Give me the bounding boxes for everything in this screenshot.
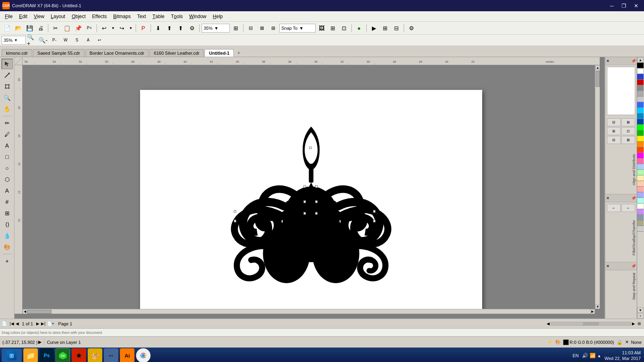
menu-edit[interactable]: Edit <box>16 11 31 21</box>
zoom-tool[interactable]: 🔍 <box>2 93 13 103</box>
snap-icon[interactable]: ⚡ <box>547 339 553 345</box>
palette-expand[interactable]: + <box>637 313 644 319</box>
open-button[interactable]: 📂 <box>13 23 23 33</box>
undo-dropdown[interactable]: ▼ <box>110 23 116 33</box>
color-lt-green[interactable] <box>637 170 644 175</box>
macro2-button[interactable]: ⊟ <box>391 23 402 33</box>
zoom-in-button[interactable]: 🔍+ <box>27 35 37 45</box>
canvas[interactable]: ▲ ▼ ◀ ▶ <box>23 65 600 314</box>
color-pink[interactable] <box>637 158 644 164</box>
vscrollbar[interactable]: ▲ ▼ <box>595 65 600 309</box>
add-page-button[interactable]: + <box>2 256 13 266</box>
menu-view[interactable]: View <box>31 11 47 21</box>
basket-icon[interactable]: 🧺 <box>88 348 102 362</box>
apps-button[interactable]: ⚙ <box>187 23 197 33</box>
start-button[interactable]: ⊞ <box>2 349 22 362</box>
color-blue3[interactable] <box>637 119 644 125</box>
menu-tools[interactable]: Tools <box>168 11 186 21</box>
color-silver[interactable] <box>637 226 644 232</box>
paste-button[interactable]: 📌 <box>73 23 83 33</box>
color-yellow[interactable] <box>637 136 644 142</box>
tab-border[interactable]: Border Lace Ornaments.cdr <box>85 49 149 57</box>
color-lt-orange[interactable] <box>637 181 644 187</box>
color-teal[interactable] <box>637 198 644 204</box>
color-lt-yellow[interactable] <box>637 175 644 181</box>
menu-table[interactable]: Table <box>149 11 168 21</box>
align-right-btn[interactable]: ⊠ <box>621 118 635 126</box>
zoom-previous-button[interactable]: ↩ <box>94 35 105 45</box>
text-tool[interactable]: A <box>2 185 13 196</box>
transfer-icon[interactable]: ↔ <box>104 348 118 362</box>
page-options[interactable]: 📄+ <box>46 321 55 326</box>
print-button[interactable]: 🖨 <box>35 23 46 33</box>
tab-saeed[interactable]: Saeed Sample 55.cdr <box>33 49 85 57</box>
menu-object[interactable]: Object <box>68 11 89 21</box>
hscroll-bar[interactable] <box>551 322 631 326</box>
pin-align-panel[interactable]: 📌 <box>631 59 636 63</box>
eyedropper-tool[interactable]: 💧 <box>2 230 13 241</box>
color-lt-purple[interactable] <box>637 192 644 198</box>
zoom-fit-btn[interactable]: ⊞ <box>636 321 642 326</box>
vscroll-down[interactable]: ▼ <box>595 304 600 309</box>
color-black[interactable] <box>637 63 644 68</box>
snap-to-select[interactable]: Snap To ▼ <box>279 24 316 33</box>
zoom-page-button[interactable]: P- <box>49 35 60 45</box>
publish-button[interactable]: P <box>138 23 149 33</box>
close-step-panel[interactable]: ✕ <box>606 264 609 268</box>
color-khaki[interactable] <box>637 220 644 226</box>
menu-text[interactable]: Text <box>134 11 149 21</box>
tab-kimono[interactable]: kimono.cdr <box>2 49 32 57</box>
ornament-detail[interactable] <box>213 102 410 299</box>
color-green-bright[interactable] <box>637 125 644 130</box>
color-lt-red[interactable] <box>637 187 644 192</box>
align-bottom-btn[interactable]: ⊡ <box>621 127 635 135</box>
undo-button[interactable]: ↩ <box>99 23 109 33</box>
volume-icon[interactable]: 🔊 <box>582 353 588 358</box>
color-cream[interactable] <box>637 204 644 209</box>
align-center-button[interactable]: ⊠ <box>257 23 267 33</box>
rectangle-tool[interactable]: □ <box>2 152 13 162</box>
tab-silver[interactable]: 6160 Silver Leather.cdr <box>149 49 204 57</box>
freehand-tool[interactable]: ✏ <box>2 118 13 128</box>
zoom-select2[interactable]: 35% ▼ <box>2 36 26 45</box>
color-blue[interactable] <box>637 102 644 108</box>
color-dark-blue[interactable] <box>637 74 644 80</box>
view-options-button[interactable]: 🖼 <box>316 23 327 33</box>
save-button[interactable]: 💾 <box>24 23 35 33</box>
nav-icon[interactable]: ▶ <box>38 339 41 345</box>
chrome-icon[interactable] <box>136 348 151 362</box>
shape-tool[interactable] <box>2 81 13 92</box>
tab-untitled[interactable]: Untitled-1 <box>204 49 234 57</box>
color-orange[interactable] <box>637 142 644 147</box>
corel-app-icon[interactable]: ★ <box>72 348 86 362</box>
export2-button[interactable]: ⬆ <box>175 23 186 33</box>
page-prev[interactable]: ◀ <box>15 321 20 326</box>
restore-button[interactable]: ❐ <box>618 2 630 10</box>
palette-scroll-down[interactable]: ▼ <box>637 307 644 313</box>
hscroll-left[interactable]: ◀ <box>23 309 27 314</box>
pick-freehand-tool[interactable] <box>2 70 13 80</box>
table-tool[interactable]: # <box>2 197 13 207</box>
color-magenta[interactable] <box>637 153 644 158</box>
palette-scroll-up[interactable]: ▲ <box>637 57 644 63</box>
coreldraw-icon[interactable]: CD <box>56 348 70 362</box>
menu-effects[interactable]: Effects <box>89 11 110 21</box>
zoom-extend-button[interactable]: ⊞ <box>231 23 241 33</box>
close-align-panel[interactable]: ✕ <box>606 59 609 63</box>
file-explorer-icon[interactable]: 📁 <box>23 348 38 362</box>
illustrator-icon[interactable]: Ai <box>120 348 134 362</box>
polygon-tool[interactable]: ⬡ <box>2 174 13 185</box>
drawing-page[interactable] <box>140 90 482 311</box>
align-top-btn[interactable]: ⊞ <box>607 127 621 135</box>
pen-tool[interactable]: 🖊 <box>2 129 13 140</box>
redo-button[interactable]: ↪ <box>117 23 127 33</box>
photoshop-icon[interactable]: Ps <box>39 348 54 362</box>
interactive-fill-tool[interactable]: 🎨 <box>2 242 13 252</box>
distribute-h-btn[interactable]: ⊟ <box>607 136 621 144</box>
close-button[interactable]: ✕ <box>630 2 642 10</box>
distribute-v-btn[interactable]: ⊠ <box>621 136 635 144</box>
menu-file[interactable]: File <box>2 11 16 21</box>
align-left-btn[interactable]: ⊟ <box>607 118 621 126</box>
vscroll-thumb[interactable] <box>596 71 600 87</box>
color-gray3[interactable] <box>637 97 644 102</box>
